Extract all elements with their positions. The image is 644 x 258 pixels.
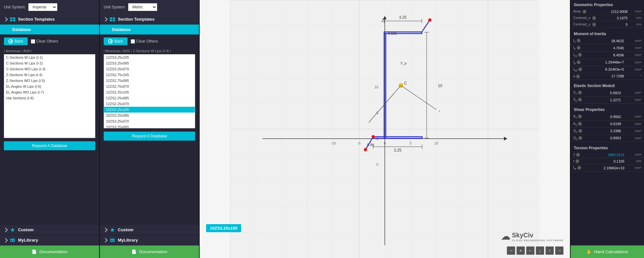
list-item[interactable]: 12ZS2.25x105 bbox=[104, 89, 195, 95]
list-item[interactable]: 12ZS2.25x085 bbox=[104, 95, 195, 101]
middle-custom-label: Custom bbox=[118, 227, 133, 232]
left-database-label: Database bbox=[12, 27, 31, 32]
middle-back-button[interactable]: Back bbox=[104, 37, 128, 45]
izy-value: 8.4596 bbox=[591, 52, 627, 59]
pan-right-button[interactable]: → bbox=[555, 246, 564, 255]
left-list-box[interactable]: C-Sections W Lips (I-1) C-Sections W Lip… bbox=[4, 54, 95, 138]
list-item[interactable]: 10ZS3.25x070 bbox=[104, 118, 195, 124]
shear-props-title: Shear Properties bbox=[571, 105, 644, 113]
middle-mylibrary-label: MyLibrary bbox=[118, 238, 138, 243]
centroid-y-info-icon[interactable]: i bbox=[592, 23, 596, 26]
pan-down-button[interactable]: ↓ bbox=[536, 246, 544, 255]
left-database-header[interactable]: Database bbox=[0, 25, 99, 35]
zoom-out-button[interactable]: − bbox=[507, 246, 515, 255]
hand-calc-icon: ✋ bbox=[586, 249, 592, 254]
middle-request-database-button[interactable]: Request A Database bbox=[104, 132, 195, 141]
list-item[interactable]: EL Angles WO Lips (I-7) bbox=[4, 89, 95, 95]
list-item[interactable]: 10ZS3.25x085 bbox=[104, 113, 195, 118]
list-item[interactable]: 12ZS2.25x070 bbox=[104, 101, 195, 107]
hand-calculations-button[interactable]: ✋ Hand Calculations bbox=[571, 245, 644, 258]
svg-text:10: 10 bbox=[434, 141, 438, 145]
svg-text:0.99: 0.99 bbox=[367, 143, 374, 147]
centroid-x-info-icon[interactable]: i bbox=[592, 16, 596, 20]
sy-label: Syi bbox=[571, 96, 595, 104]
left-custom-row[interactable]: Custom bbox=[0, 225, 99, 235]
middle-database-header[interactable]: Database bbox=[100, 25, 199, 35]
pan-up-button[interactable]: ↑ bbox=[545, 246, 554, 255]
middle-custom-row[interactable]: Custom bbox=[100, 225, 199, 235]
middle-custom-icon bbox=[109, 228, 115, 232]
izy-info-icon[interactable]: i bbox=[578, 53, 582, 57]
svg-text:3.25: 3.25 bbox=[394, 148, 402, 153]
ip-info-icon[interactable]: i bbox=[577, 60, 581, 64]
left-mylibrary-chevron bbox=[3, 238, 8, 242]
left-request-database-button[interactable]: Request A Database bbox=[4, 141, 95, 150]
izy-unit: mm⁴ bbox=[627, 52, 644, 59]
list-item[interactable]: Z-Sections WO Lips (I-5) bbox=[4, 78, 95, 84]
az-info-icon[interactable]: i bbox=[578, 114, 582, 118]
sy-info-icon[interactable]: i bbox=[578, 98, 582, 102]
list-item[interactable]: C-Sections W Lips (I-1) bbox=[4, 55, 95, 60]
canvas-area[interactable]: 0 5 10 -5 0 5 10 -5 -10 bbox=[200, 0, 570, 258]
left-documentation-icon: 📄 bbox=[32, 249, 37, 254]
pan-left-button[interactable]: ← bbox=[526, 246, 535, 255]
left-clear-others[interactable]: Clear Others bbox=[31, 39, 58, 44]
centroid-x-label: Centroid_x i bbox=[571, 15, 604, 21]
sy-unit: mm³ bbox=[623, 96, 644, 104]
left-back-button[interactable]: Back bbox=[4, 37, 28, 45]
iz-info-icon[interactable]: i bbox=[577, 39, 581, 43]
middle-documentation-button[interactable]: 📄 Documentation bbox=[100, 245, 199, 258]
r-info-icon[interactable]: i bbox=[575, 159, 579, 163]
middle-unit-label: Unit System: bbox=[104, 5, 126, 9]
qz-info-icon[interactable]: i bbox=[578, 129, 582, 133]
ip-value: 1.29448e+7 bbox=[591, 59, 627, 66]
ay-info-icon[interactable]: i bbox=[578, 122, 582, 126]
iy-info-icon[interactable]: i bbox=[577, 46, 581, 50]
geometric-properties-title: Geometric Properties bbox=[571, 0, 644, 8]
list-item[interactable]: 12ZS2.75x085 bbox=[104, 78, 195, 84]
list-item[interactable]: Z-Sections W Lips (I-4) bbox=[4, 72, 95, 78]
list-item[interactable]: Hat Sections (I-8) bbox=[4, 95, 95, 101]
list-item[interactable]: EL Angles W Lips (I-6) bbox=[4, 84, 95, 89]
iw-info-icon[interactable]: i bbox=[577, 166, 581, 170]
list-item[interactable]: 10ZS3.25x065 bbox=[104, 124, 195, 128]
svg-text:3.25: 3.25 bbox=[399, 15, 407, 20]
list-item-selected[interactable]: 10ZS3.25x105 bbox=[104, 107, 195, 113]
area-value: 1212.9008 bbox=[604, 8, 630, 15]
left-unit-select[interactable]: Imperial Metric bbox=[28, 3, 57, 11]
middle-unit-select[interactable]: Imperial Metric bbox=[128, 3, 157, 11]
isp-info-icon[interactable]: i bbox=[578, 67, 582, 71]
middle-list-box[interactable]: 12ZS3.25x105 12ZS3.25x085 12ZS3.25x070 1… bbox=[104, 54, 195, 128]
centroid-y-unit: mm bbox=[630, 21, 644, 28]
left-mylibrary-row[interactable]: MyLibrary bbox=[0, 235, 99, 245]
list-item[interactable]: 12ZS3.25x085 bbox=[104, 60, 195, 66]
svg-point-17 bbox=[104, 29, 109, 31]
left-section-templates-row[interactable]: Section Templates bbox=[0, 14, 99, 25]
list-item[interactable]: 12ZS3.25x105 bbox=[104, 55, 195, 60]
sz-info-icon[interactable]: i bbox=[578, 91, 582, 94]
zoom-in-button[interactable]: + bbox=[516, 246, 525, 255]
svg-point-44 bbox=[428, 18, 431, 22]
left-documentation-button[interactable]: 📄 Documentation bbox=[0, 245, 99, 258]
skyciv-tagline: Cloud Engineering Software bbox=[512, 239, 564, 242]
list-item[interactable]: 12ZS2.75x105 bbox=[104, 72, 195, 78]
list-item[interactable]: 12ZS2.75x070 bbox=[104, 84, 195, 89]
middle-mylibrary-row[interactable]: MyLibrary bbox=[100, 235, 199, 245]
list-item[interactable]: C-Sections W Lips (I-2) bbox=[4, 60, 95, 66]
ay-unit: mm² bbox=[624, 120, 644, 127]
middle-clear-others-checkbox[interactable] bbox=[131, 39, 135, 44]
middle-section-templates-label: Section Templates bbox=[118, 17, 155, 22]
list-item[interactable]: C-Sections WO Lips (I-3) bbox=[4, 66, 95, 72]
area-info-icon[interactable]: i bbox=[582, 10, 586, 14]
left-clear-others-checkbox[interactable] bbox=[31, 39, 35, 44]
middle-clear-others[interactable]: Clear Others bbox=[131, 39, 158, 44]
list-item[interactable]: 12ZS3.25x070 bbox=[104, 66, 195, 72]
middle-section-templates-row[interactable]: Section Templates bbox=[100, 14, 199, 25]
alpha-info-icon[interactable]: i bbox=[576, 74, 580, 78]
ip-label: Ipi bbox=[571, 59, 591, 66]
middle-db-controls: Back Clear Others bbox=[100, 35, 199, 48]
qy-info-icon[interactable]: i bbox=[578, 136, 582, 140]
j-info-icon[interactable]: i bbox=[576, 153, 580, 157]
az-value: 0.9562 bbox=[596, 113, 624, 120]
middle-unit-row: Unit System: Imperial Metric bbox=[100, 0, 199, 14]
